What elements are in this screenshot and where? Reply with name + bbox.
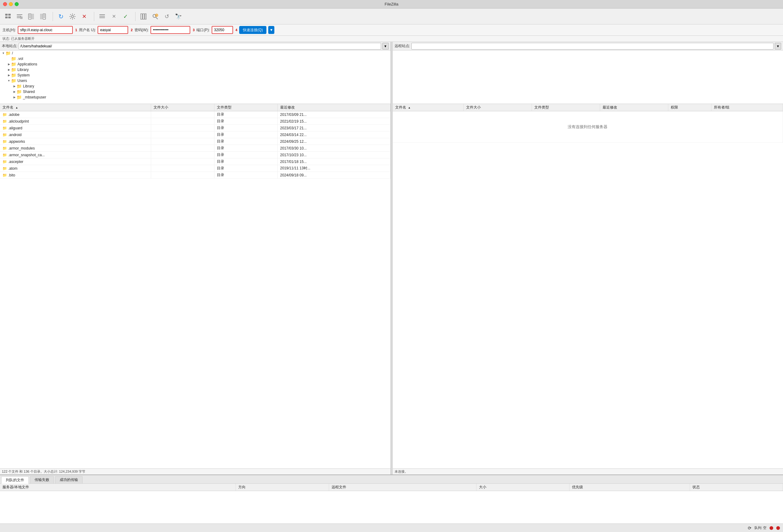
tree-item-users[interactable]: ▼ 📁 Users <box>0 78 390 84</box>
quick-connect-button[interactable]: 快速连接(Q) <box>239 26 267 34</box>
search-button[interactable]: 🔭 <box>173 11 184 22</box>
local-file-row[interactable]: 📁.alicloudprint 目录 2021/02/19 15... <box>0 118 390 125</box>
tree-item-users-shared[interactable]: ▶ 📁 Shared <box>0 89 390 95</box>
local-file-row[interactable]: 📁.armor_modules 目录 2017/03/30 10... <box>0 145 390 152</box>
remote-table-header: 文件名 ▲ 文件大小 文件类型 最近修改 权限 所有者/组 <box>393 104 783 111</box>
chevron-users-mbsetupuser: ▶ <box>12 96 17 99</box>
local-file-row[interactable]: 📁.appworks 目录 2024/09/25 12... <box>0 138 390 145</box>
col-name[interactable]: 文件名 ▲ <box>0 104 151 111</box>
tab-queue[interactable]: 列队的文件 <box>1 476 29 484</box>
filter-button[interactable] <box>150 11 161 22</box>
cancel-queue-button[interactable]: ✕ <box>108 11 119 22</box>
refresh-button[interactable]: ↺ <box>161 11 172 22</box>
maximize-button[interactable] <box>15 2 19 6</box>
quick-connect-dropdown[interactable]: ▼ <box>268 26 274 34</box>
remote-file-tree <box>393 51 783 104</box>
reconnect-button[interactable]: ↻ <box>55 11 66 22</box>
file-size <box>151 158 214 165</box>
local-file-row[interactable]: 📁.android 目录 2024/03/14 22... <box>0 131 390 138</box>
file-name: 📁.appworks <box>0 138 151 145</box>
svg-rect-4 <box>17 14 22 15</box>
queue-pane-button[interactable] <box>97 11 108 22</box>
file-type: 目录 <box>214 172 277 178</box>
cancel-button[interactable]: ✕ <box>79 11 90 22</box>
no-connection-row: 没有连接到任何服务器 <box>393 111 783 143</box>
tree-item-library[interactable]: ▶ 📁 Library <box>0 67 390 72</box>
site-manager-button[interactable] <box>2 11 13 22</box>
file-size <box>151 131 214 138</box>
process-queue-button[interactable]: ✓ <box>120 11 131 22</box>
local-file-row[interactable]: 📁.ascepter 目录 2017/01/18 15... <box>0 158 390 165</box>
toolbar-group-queue: ✕ ✓ <box>97 11 133 22</box>
remote-file-table: 文件名 ▲ 文件大小 文件类型 最近修改 权限 所有者/组 <box>393 104 783 143</box>
transfer-col-status[interactable]: 状态 <box>690 484 783 491</box>
svg-rect-14 <box>29 17 31 18</box>
svg-rect-12 <box>29 15 31 15</box>
remote-col-type[interactable]: 文件类型 <box>532 104 600 111</box>
svg-rect-13 <box>29 16 31 16</box>
svg-rect-15 <box>40 14 42 19</box>
pass-input[interactable] <box>151 26 190 34</box>
file-modified: 2024/09/25 12... <box>277 138 390 145</box>
local-file-row[interactable]: 📁.armor_snapshot_ca... 目录 2017/10/23 10.… <box>0 152 390 158</box>
col-size[interactable]: 文件大小 <box>151 104 214 111</box>
toolbar-group-nav <box>2 11 50 22</box>
close-button[interactable] <box>3 2 7 6</box>
remote-col-perms[interactable]: 权限 <box>668 104 712 111</box>
toggle-msg-button[interactable] <box>14 11 25 22</box>
toggle-remote-icon <box>39 13 46 20</box>
remote-info-bar: 未连接。 <box>393 468 783 474</box>
transfer-col-priority[interactable]: 优先级 <box>569 484 690 491</box>
remote-col-modified[interactable]: 最近修改 <box>600 104 668 111</box>
tree-item-root[interactable]: ▼ 📁 / <box>0 51 390 56</box>
tree-item-system[interactable]: ▶ 📁 System <box>0 72 390 78</box>
tree-item-applications[interactable]: ▶ 📁 Applications <box>0 62 390 67</box>
settings-button[interactable] <box>67 11 78 22</box>
pass-label: 密码(W): <box>134 28 149 33</box>
app-window: FileZilla <box>0 0 783 532</box>
col-modified[interactable]: 最近修改 <box>277 104 390 111</box>
transfer-col-server[interactable]: 服务器/本地文件 <box>0 484 236 491</box>
local-file-row[interactable]: 📁.bito 目录 2024/09/18 09... <box>0 172 390 178</box>
local-file-row[interactable]: 📁.adobe 目录 2017/03/09 21... <box>0 111 390 118</box>
filter-icon <box>152 13 158 20</box>
chevron-users-library: ▶ <box>12 85 17 88</box>
local-file-row[interactable]: 📁.atom 目录 2019/11/11 13时... <box>0 165 390 172</box>
local-path-input[interactable] <box>19 43 381 49</box>
transfer-col-size[interactable]: 大小 <box>476 484 569 491</box>
transfer-header-row: 服务器/本地文件 方向 远程文件 大小 优先级 状态 <box>0 484 783 491</box>
transfer-col-direction[interactable]: 方向 <box>236 484 329 491</box>
minimize-button[interactable] <box>9 2 13 6</box>
remote-col-owner[interactable]: 所有者/组 <box>711 104 783 111</box>
svg-rect-25 <box>143 14 144 19</box>
remote-col-size[interactable]: 文件大小 <box>464 104 532 111</box>
col-type[interactable]: 文件类型 <box>214 104 277 111</box>
tab-success[interactable]: 成功的传输 <box>55 476 83 484</box>
user-input[interactable] <box>98 26 128 34</box>
tree-item-users-mbsetupuser[interactable]: ▶ 📁 _mbsetupuser <box>0 95 390 100</box>
transfer-col-remote[interactable]: 远程文件 <box>329 484 476 491</box>
toggle-remote-button[interactable] <box>37 11 48 22</box>
toolbar-group-connect: ↻ ✕ <box>55 11 91 22</box>
local-path-dropdown[interactable]: ▼ <box>382 43 389 49</box>
remote-path-dropdown[interactable]: ▼ <box>775 43 781 49</box>
file-size <box>151 118 214 125</box>
file-modified: 2024/09/18 09... <box>277 172 390 178</box>
toggle-local-button[interactable] <box>26 11 37 22</box>
tree-label-library: Library <box>18 68 29 72</box>
local-file-table: 文件名 ▲ 文件大小 文件类型 最近修改 📁.adobe 目录 2017/03/… <box>0 104 390 178</box>
remote-col-name[interactable]: 文件名 ▲ <box>393 104 464 111</box>
annotation-2: 2 <box>131 28 132 32</box>
port-input[interactable] <box>212 26 233 34</box>
remote-path-input[interactable] <box>411 43 774 49</box>
columns-button[interactable] <box>138 11 149 22</box>
tab-failed[interactable]: 传输失败 <box>30 476 54 484</box>
tree-item-vol[interactable]: 📁 .vol <box>0 56 390 62</box>
tree-item-users-library[interactable]: ▶ 📁 Library <box>0 84 390 89</box>
local-file-row[interactable]: 📁.aliguard 目录 2023/03/17 21... <box>0 125 390 131</box>
settings-icon <box>69 13 76 20</box>
host-input[interactable] <box>18 26 73 34</box>
folder-icon-applications: 📁 <box>11 62 16 67</box>
file-type: 目录 <box>214 131 277 138</box>
remote-info-text: 未连接。 <box>395 469 408 474</box>
